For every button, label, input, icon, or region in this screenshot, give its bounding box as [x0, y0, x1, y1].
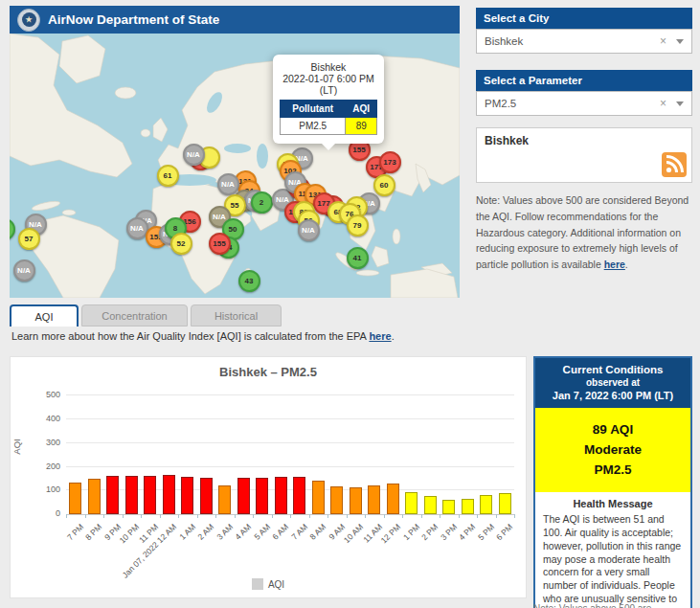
x-tick-mark: [514, 514, 515, 518]
x-tick-label: 10 PM: [118, 522, 141, 545]
city-clear-icon[interactable]: ×: [660, 34, 666, 48]
city-select-value: Bishkek: [485, 35, 660, 47]
map-marker[interactable]: 57: [18, 228, 40, 250]
feed-city-label: Bishkek: [485, 134, 684, 147]
aqi-bar[interactable]: [200, 478, 213, 514]
aqi-bar[interactable]: [88, 479, 101, 514]
aqi-bar[interactable]: [480, 495, 492, 514]
x-tick-mark: [66, 514, 67, 518]
tab-historical[interactable]: Historical: [191, 304, 282, 327]
map-marker[interactable]: 41: [347, 247, 369, 269]
aqi-bar[interactable]: [106, 476, 119, 514]
popup-lt: (LT): [280, 84, 377, 96]
aqi-bar[interactable]: [237, 478, 250, 514]
aqi-bar[interactable]: [69, 483, 81, 514]
x-tick-label: 12 PM: [379, 522, 402, 545]
x-tick-mark: [290, 514, 291, 518]
right-sidebar: Select a City Bishkek × Select a Paramet…: [476, 8, 692, 273]
gridline: [66, 394, 514, 395]
x-tick-mark: [85, 514, 86, 518]
x-tick-mark: [215, 514, 216, 518]
aqi-bar[interactable]: [462, 499, 474, 514]
map-marker[interactable]: N/A: [217, 173, 239, 195]
x-tick-label: 8 PM: [83, 522, 103, 542]
city-select[interactable]: Bishkek ×: [476, 29, 692, 54]
aqi-bar[interactable]: [218, 485, 231, 514]
aqi-bar[interactable]: [368, 485, 380, 514]
x-tick-mark: [402, 514, 403, 518]
map-marker[interactable]: 52: [170, 233, 192, 255]
map-marker[interactable]: 155: [209, 233, 231, 255]
aqi-bar[interactable]: [424, 496, 437, 514]
map-marker[interactable]: 79: [347, 214, 369, 236]
popup-col-aqi: AQI: [346, 101, 377, 118]
aqi-bar[interactable]: [405, 492, 418, 514]
popup-city: Bishkek: [280, 61, 377, 73]
map-marker[interactable]: 43: [238, 270, 260, 292]
conditions-note-clipped: Note: Values above 500 are considered Be…: [533, 603, 692, 608]
parameter-select-value: PM2.5: [485, 98, 660, 109]
map-marker[interactable]: 60: [373, 174, 395, 196]
x-tick-label: 11 AM: [361, 522, 384, 545]
x-tick-mark: [178, 514, 179, 518]
conditions-datetime: Jan 7, 2022 6:00 PM (LT): [539, 390, 687, 401]
aqi-bar[interactable]: [181, 477, 193, 514]
aqi-bar[interactable]: [387, 484, 399, 514]
aqi-bar[interactable]: [144, 476, 156, 514]
beyond-aqi-note: Note: Values above 500 are considered Be…: [476, 192, 692, 273]
learn-more-prefix: Learn more about how the Air Quality Ind…: [11, 330, 369, 342]
aqi-bar[interactable]: [163, 475, 175, 514]
current-aqi-category: Moderate: [539, 439, 687, 460]
aqi-bar[interactable]: [256, 478, 268, 514]
aqi-bar[interactable]: [125, 476, 138, 514]
parameter-clear-icon[interactable]: ×: [660, 97, 666, 110]
note-text: Note: Values above 500 are considered Be…: [476, 194, 689, 270]
feed-box: Bishkek: [476, 127, 692, 183]
world-aqi-map[interactable]: 2N/A57N/A61156N/A131N/A84N/AN/A255N/AN/A…: [10, 34, 460, 298]
tab-aqi[interactable]: AQI: [10, 304, 79, 327]
aqi-bar[interactable]: [293, 477, 305, 514]
x-tick-label: 10 AM: [342, 522, 365, 545]
map-marker[interactable]: 173: [379, 151, 401, 173]
note-here-link[interactable]: here: [604, 259, 625, 270]
map-marker[interactable]: N/A: [183, 144, 205, 166]
select-parameter-header: Select a Parameter: [476, 70, 692, 91]
aqi-bar[interactable]: [312, 481, 325, 514]
chart-legend[interactable]: AQI: [11, 578, 526, 590]
aqi-bar[interactable]: [350, 487, 362, 514]
legend-label: AQI: [268, 579, 284, 590]
current-aqi-block: 89 AQI Moderate PM2.5: [535, 408, 690, 492]
epa-link[interactable]: here: [369, 330, 391, 342]
x-tick-mark: [272, 514, 273, 518]
aqi-markers-layer: 2N/A57N/A61156N/A131N/A84N/AN/A255N/AN/A…: [10, 34, 460, 298]
select-city-header: Select a City: [476, 8, 692, 29]
view-tabs: AQI Concentration Historical: [10, 304, 282, 327]
rss-feed-icon[interactable]: [662, 152, 687, 177]
tab-concentration[interactable]: Concentration: [81, 304, 188, 327]
y-tick-label: 300: [34, 438, 60, 447]
aqi-bar[interactable]: [499, 493, 511, 514]
map-marker[interactable]: 61: [157, 165, 179, 187]
x-tick-label: 2 AM: [196, 522, 216, 542]
aqi-bar[interactable]: [330, 486, 343, 514]
x-tick-label: 8 AM: [308, 522, 328, 542]
x-tick-mark: [309, 514, 310, 518]
x-tick-label: 4 PM: [457, 522, 477, 542]
aqi-bar[interactable]: [275, 477, 287, 514]
y-tick-label: 400: [34, 414, 60, 423]
map-marker[interactable]: 2: [251, 191, 273, 214]
health-message-title: Health Message: [543, 498, 683, 509]
x-tick-label: 6 AM: [271, 522, 291, 542]
x-tick-mark: [160, 514, 161, 518]
map-marker[interactable]: N/A: [13, 259, 35, 281]
x-tick-mark: [197, 514, 198, 518]
learn-more-suffix: .: [392, 330, 395, 342]
aqi-bar[interactable]: [442, 500, 455, 514]
x-tick-mark: [496, 514, 497, 518]
gridline: [66, 442, 514, 443]
map-marker[interactable]: 2: [10, 218, 15, 240]
parameter-select[interactable]: PM2.5 ×: [476, 91, 692, 116]
x-tick-mark: [141, 514, 142, 518]
map-marker[interactable]: N/A: [298, 219, 320, 241]
popup-col-pollutant: Pollutant: [281, 101, 346, 118]
